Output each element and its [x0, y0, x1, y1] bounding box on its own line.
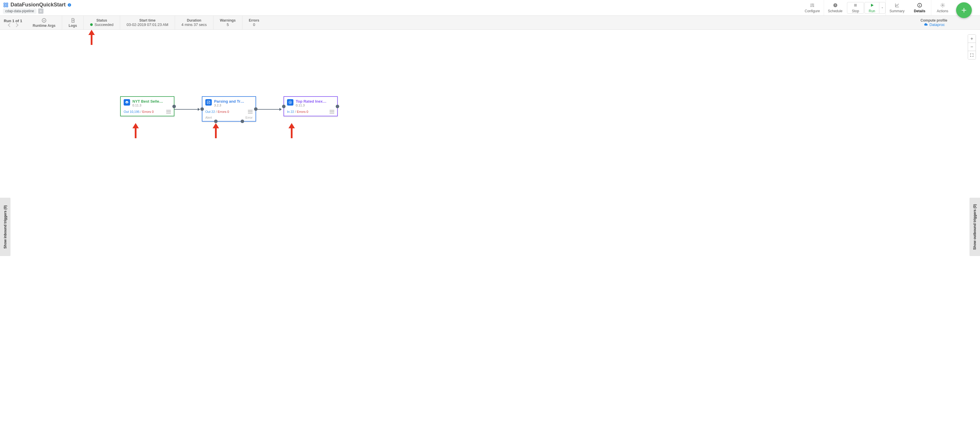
- node-transform-title: Parsing and Tr…: [214, 99, 244, 103]
- chart-icon: [894, 3, 900, 8]
- cloud-icon: [923, 23, 928, 27]
- compute-profile-value: Dataproc: [929, 22, 945, 27]
- compute-profile-cell: Compute profile Dataproc: [914, 16, 954, 29]
- node-sink-out-port[interactable]: [336, 105, 339, 108]
- node-source-menu-button[interactable]: [166, 110, 171, 113]
- svg-point-16: [290, 102, 291, 103]
- caret-down-icon: [881, 6, 884, 10]
- args-icon: M: [41, 18, 47, 23]
- logs-label: Logs: [68, 24, 77, 28]
- inbound-triggers-label: Show inbound triggers (0): [3, 205, 7, 249]
- compute-profile-link[interactable]: Dataproc: [923, 22, 945, 27]
- logs-button[interactable]: Logs: [62, 16, 84, 29]
- pipeline-name[interactable]: DataFusionQuickStart: [11, 2, 65, 8]
- run-button[interactable]: Run: [864, 2, 879, 14]
- errors-label: Errors: [249, 18, 259, 22]
- errors-value: 0: [253, 22, 255, 27]
- warnings-cell: Warnings 5: [213, 16, 242, 29]
- status-label: Status: [97, 18, 107, 22]
- node-transform-error-port[interactable]: [240, 119, 244, 123]
- add-tag-button[interactable]: +: [38, 8, 43, 14]
- schedule-label: Schedule: [828, 9, 842, 13]
- node-transform-menu-button[interactable]: [248, 110, 253, 113]
- configure-label: Configure: [805, 9, 820, 13]
- configure-button[interactable]: Configure: [801, 0, 824, 16]
- summary-button[interactable]: Summary: [886, 0, 908, 16]
- svg-rect-9: [920, 5, 920, 6]
- run-navigator: Run 1 of 1: [0, 16, 26, 29]
- start-time-label: Start time: [139, 18, 156, 22]
- node-sink-in-port[interactable]: [282, 105, 286, 108]
- top-toolbar: DataFusionQuickStart cdap-data-pipeline …: [0, 0, 980, 16]
- node-source[interactable]: NYT Best Selle… 0.11.3 Out 10,195 / Erro…: [120, 96, 174, 116]
- duration-cell: Duration 4 mins 37 secs: [175, 16, 213, 29]
- run-counter: Run 1 of 1: [4, 19, 22, 23]
- node-source-version: 0.11.3: [132, 103, 163, 107]
- svg-point-4: [812, 3, 813, 5]
- node-transform-alert-port[interactable]: [214, 119, 218, 123]
- details-label: Details: [914, 9, 925, 13]
- svg-rect-7: [854, 4, 857, 6]
- svg-text:M: M: [43, 19, 45, 22]
- prev-run-button[interactable]: [8, 23, 12, 27]
- edge-n2-n3: [256, 109, 281, 110]
- summary-label: Summary: [889, 9, 904, 13]
- node-source-io: Out 10,195 / Errors 0: [124, 110, 154, 113]
- gear-icon: [940, 3, 945, 8]
- next-run-button[interactable]: [14, 23, 18, 27]
- outbound-triggers-tab[interactable]: Show outbound triggers (0): [969, 198, 980, 256]
- zoom-in-button[interactable]: +: [968, 35, 975, 43]
- status-cell: Status Succeeded: [84, 16, 120, 29]
- svg-point-5: [813, 6, 814, 7]
- pipeline-type-chip: cdap-data-pipeline: [3, 8, 37, 14]
- node-transform-in-port[interactable]: [200, 107, 204, 111]
- compute-profile-label: Compute profile: [921, 18, 947, 22]
- node-source-title: NYT Best Selle…: [132, 99, 163, 103]
- node-transform-alert-port-label: Alert: [205, 116, 212, 119]
- node-sink-menu-button[interactable]: [329, 110, 334, 113]
- run-label: Run: [869, 9, 875, 13]
- node-transform-error-port-label: Error: [246, 116, 253, 119]
- node-source-out-port[interactable]: [172, 105, 176, 108]
- fit-view-button[interactable]: [968, 51, 975, 59]
- add-pipeline-fab[interactable]: [956, 2, 972, 18]
- info-icon[interactable]: [67, 3, 72, 7]
- source-icon: [124, 99, 130, 106]
- fullscreen-icon: [970, 53, 974, 57]
- details-button[interactable]: Details: [908, 0, 931, 16]
- status-value: Succeeded: [94, 22, 113, 27]
- play-icon: [869, 3, 875, 8]
- svg-point-11: [942, 5, 943, 6]
- inbound-triggers-tab[interactable]: Show inbound triggers (0): [0, 198, 11, 256]
- pipeline-logo-icon: [3, 2, 9, 8]
- status-dot-icon: [90, 23, 93, 26]
- svg-point-3: [811, 6, 811, 7]
- document-icon: [70, 18, 76, 23]
- pipeline-canvas[interactable]: + − Show inbound triggers (0) Show outbo…: [0, 30, 980, 424]
- outbound-triggers-label: Show outbound triggers (0): [973, 204, 977, 250]
- node-sink-io: In 22 / Errors 0: [287, 110, 308, 113]
- stop-button[interactable]: Stop: [847, 2, 864, 14]
- stop-icon: [853, 3, 858, 8]
- start-time-cell: Start time 03-02-2019 07:01:23 AM: [120, 16, 175, 29]
- actions-label: Actions: [937, 9, 948, 13]
- runtime-args-label: Runtime Args: [33, 24, 56, 28]
- zoom-controls: + −: [968, 34, 976, 59]
- start-time-value: 03-02-2019 07:01:23 AM: [127, 22, 168, 27]
- node-transform-out-port[interactable]: [254, 107, 258, 111]
- plus-icon: [960, 6, 968, 14]
- zoom-out-button[interactable]: −: [968, 43, 975, 51]
- runtime-args-button[interactable]: M Runtime Args: [26, 16, 62, 29]
- duration-label: Duration: [187, 18, 201, 22]
- node-transform-io: Out 22 / Errors 0: [205, 110, 229, 113]
- node-sink[interactable]: Top Rated Inex… 0.11.3 In 22 / Errors 0: [283, 96, 338, 116]
- schedule-button[interactable]: Schedule: [824, 0, 846, 16]
- run-dropdown-button[interactable]: [879, 2, 886, 14]
- actions-button[interactable]: Actions: [931, 0, 954, 16]
- warnings-label: Warnings: [220, 18, 235, 22]
- clock-icon: [833, 3, 838, 8]
- node-transform[interactable]: Parsing and Tr… 3.2.3 Out 22 / Errors 0 …: [202, 96, 256, 122]
- errors-cell: Errors 0: [242, 16, 266, 29]
- sink-icon: [287, 99, 293, 106]
- sliders-icon: [810, 3, 815, 8]
